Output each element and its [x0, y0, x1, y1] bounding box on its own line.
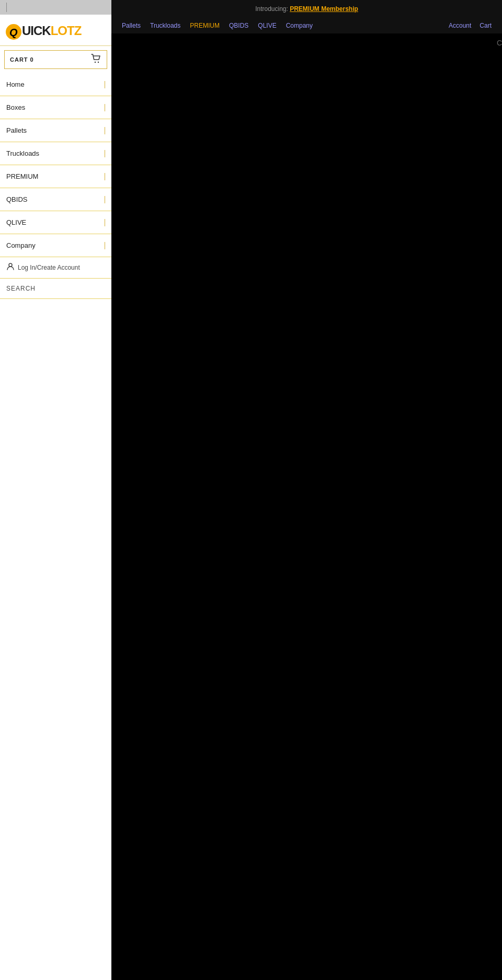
sidebar-item-pallets[interactable]: Pallets — [0, 119, 111, 142]
cart-label: CART 0 — [10, 56, 34, 63]
main-nav-right: Account Cart — [449, 22, 492, 29]
login-label: Log In/Create Account — [18, 264, 80, 271]
sidebar-item-company[interactable]: Company — [0, 234, 111, 257]
main-nav-premium[interactable]: PREMIUM — [190, 22, 220, 29]
main-nav-company[interactable]: Company — [286, 22, 313, 29]
announce-intro: Introducing: — [255, 5, 290, 13]
announce-bar: Introducing: PREMIUM Membership — [111, 0, 502, 18]
svg-point-2 — [95, 62, 96, 63]
main-nav-truckloads[interactable]: Truckloads — [150, 22, 180, 29]
svg-point-3 — [98, 62, 99, 63]
sidebar-top-bar — [0, 0, 111, 15]
svg-text:Q: Q — [9, 27, 18, 38]
main-content: Introducing: PREMIUM Membership Pallets … — [111, 0, 502, 980]
page-black-fill — [111, 138, 502, 948]
search-button[interactable]: SEARCH — [0, 279, 111, 299]
premium-membership-link[interactable]: PREMIUM Membership — [290, 5, 358, 13]
person-icon — [6, 262, 15, 273]
sidebar-item-qbids[interactable]: QBIDS — [0, 188, 111, 211]
sidebar-item-premium[interactable]: PREMIUM — [0, 165, 111, 188]
sidebar-item-qlive[interactable]: QLIVE — [0, 211, 111, 234]
hero-area: C — [111, 33, 502, 138]
main-nav-pallets[interactable]: Pallets — [122, 22, 141, 29]
cart-bar[interactable]: CART 0 — [4, 50, 107, 69]
cart-icon — [91, 54, 101, 65]
sidebar-logo: Q UICK LOTZ — [0, 15, 111, 46]
logo-lotz-text: LOTZ — [51, 24, 82, 38]
sidebar: Q UICK LOTZ CART 0 Home Boxes Pa — [0, 0, 111, 980]
logo[interactable]: Q UICK LOTZ — [5, 21, 106, 40]
main-nav-qbids[interactable]: QBIDS — [229, 22, 248, 29]
account-link[interactable]: Account — [449, 22, 471, 29]
main-nav-qlive[interactable]: QLIVE — [258, 22, 276, 29]
main-nav: Pallets Truckloads PREMIUM QBIDS QLIVE C… — [111, 18, 502, 33]
nav-list: Home Boxes Pallets Truckloads PREMIUM QB… — [0, 73, 111, 257]
sidebar-top-bar-line — [6, 3, 7, 12]
logo-uick-text: UICK — [22, 24, 51, 38]
svg-point-4 — [9, 263, 12, 267]
logo-q: Q — [5, 21, 22, 40]
login-create-account-button[interactable]: Log In/Create Account — [0, 257, 111, 279]
sidebar-item-home[interactable]: Home — [0, 73, 111, 96]
sidebar-item-boxes[interactable]: Boxes — [0, 96, 111, 119]
cart-link[interactable]: Cart — [480, 22, 492, 29]
sidebar-item-truckloads[interactable]: Truckloads — [0, 142, 111, 165]
hero-c-label: C — [497, 39, 502, 47]
search-label: SEARCH — [6, 285, 36, 292]
